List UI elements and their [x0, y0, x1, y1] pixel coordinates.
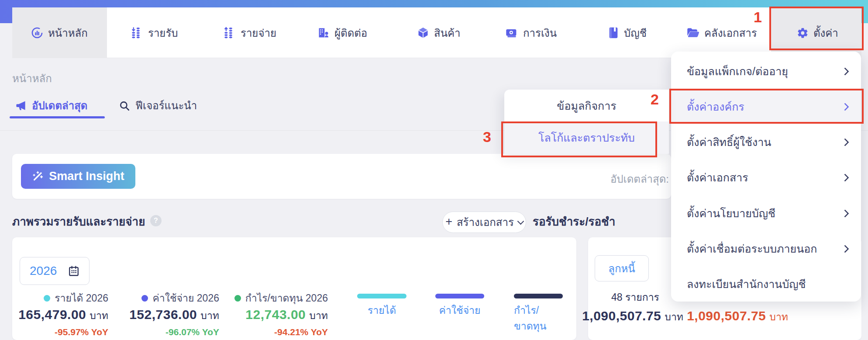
- stat-unit: บาท: [90, 308, 108, 323]
- chevron-right-icon: [841, 138, 849, 146]
- menu-item-label: ตั้งค่านโยบายบัญชี: [687, 205, 775, 222]
- stat-label: รายได้ 2026: [55, 290, 108, 306]
- nav-item-label: บัญชี: [624, 24, 647, 42]
- menu-item-user-permissions[interactable]: ตั้งค่าสิทธิ์ผู้ใช้งาน: [671, 125, 861, 159]
- nav-item-finance[interactable]: การเงิน: [505, 7, 557, 58]
- annotation-label-step3: 3: [483, 128, 491, 146]
- documents-icon: [686, 27, 699, 39]
- annotation-label-step1: 1: [754, 9, 762, 26]
- nav-item-documents[interactable]: คลังเอกสาร: [686, 7, 757, 58]
- nav-item-label: หน้าหลัก: [48, 24, 88, 42]
- app-screen: หน้าหลัก รายรับ รายจ่าย ผู้ติดต่อ สินค้า…: [0, 0, 868, 340]
- stat-yoy: -94.21% YoY: [274, 327, 328, 337]
- amount-due: 1,090,507.75 บาท: [594, 309, 683, 325]
- annotation-box-step3: [501, 121, 657, 157]
- search-icon: [119, 100, 130, 111]
- nav-item-label: การเงิน: [523, 24, 557, 42]
- legend-line-profit: [514, 294, 563, 298]
- nav-item-expense[interactable]: รายจ่าย: [224, 7, 276, 58]
- amount-overdue-value: 1,090,507.75: [687, 309, 766, 323]
- legend-label: รายได้: [368, 302, 396, 318]
- create-document-button[interactable]: + สร้างเอกสาร: [442, 212, 526, 233]
- calendar-icon: [68, 265, 79, 277]
- debtors-tab-label: ลูกหนี้: [608, 260, 635, 277]
- stat-profit: กำไร/ขาดทุน 2026 12,743.00บาท -94.21% Yo…: [231, 292, 328, 337]
- contacts-icon: [317, 27, 330, 39]
- megaphone-icon: [15, 100, 27, 111]
- nav-item-products[interactable]: สินค้า: [417, 7, 461, 58]
- breadcrumb: หน้าหลัก: [12, 70, 52, 87]
- submenu-item-label: ข้อมูลกิจการ: [557, 97, 616, 114]
- menu-item-document-settings[interactable]: ตั้งค่าเอกสาร: [671, 160, 861, 194]
- tab-label: อัปเดตล่าสุด: [32, 97, 87, 114]
- chevron-right-icon: [841, 173, 849, 181]
- debtors-tab[interactable]: ลูกหนี้: [595, 255, 649, 281]
- legend-label: กำไร/ขาดทุน: [514, 302, 563, 334]
- accounting-icon: [608, 27, 619, 39]
- dashboard-icon: [31, 27, 43, 39]
- amount-due-value: 1,090,507.75: [582, 309, 661, 323]
- tab-recommended-features[interactable]: ฟีเจอร์แนะนำ: [119, 97, 197, 114]
- stat-value: 165,479.00: [18, 307, 86, 322]
- legend-toggle-income[interactable]: รายได้: [357, 294, 406, 318]
- products-icon: [417, 27, 429, 39]
- income-icon: [131, 27, 143, 39]
- legend-label: ค่าใช้จ่าย: [439, 302, 480, 318]
- tab-label: ฟีเจอร์แนะนำ: [135, 97, 197, 114]
- smart-insight-button[interactable]: Smart Insight: [21, 164, 135, 189]
- nav-item-label: รายรับ: [148, 24, 178, 42]
- stat-expense: ค่าใช้จ่าย 2026 152,736.00บาท -96.07% Yo…: [128, 292, 219, 337]
- stat-label: ค่าใช้จ่าย 2026: [152, 290, 219, 306]
- smart-insight-label: Smart Insight: [49, 170, 124, 183]
- legend-toggle-expense[interactable]: ค่าใช้จ่าย: [435, 294, 484, 318]
- submenu-item-business-info[interactable]: ข้อมูลกิจการ: [504, 90, 669, 121]
- amount-due-unit: บาท: [665, 309, 683, 325]
- chevron-right-icon: [841, 209, 849, 217]
- chevron-down-icon: [517, 218, 524, 225]
- nav-item-home[interactable]: หน้าหลัก: [31, 7, 88, 58]
- nav-item-contacts[interactable]: ผู้ติดต่อ: [317, 7, 367, 58]
- stat-unit: บาท: [200, 308, 219, 323]
- active-tab-underline: [10, 116, 105, 118]
- nav-item-accounting[interactable]: บัญชี: [608, 7, 647, 58]
- stat-unit: บาท: [309, 308, 328, 323]
- legend-toggle-profit[interactable]: กำไร/ขาดทุน: [514, 294, 563, 334]
- menu-item-external-integrations[interactable]: ตั้งค่าเชื่อมต่อระบบภายนอก: [671, 232, 861, 266]
- annotation-label-step2: 2: [651, 91, 659, 108]
- plus-icon: +: [445, 215, 452, 229]
- menu-item-label: ตั้งค่าเอกสาร: [687, 169, 748, 186]
- menu-item-label: ตั้งค่าสิทธิ์ผู้ใช้งาน: [687, 133, 771, 151]
- menu-item-accounting-policy[interactable]: ตั้งค่านโยบายบัญชี: [671, 196, 861, 230]
- legend-line-expense: [435, 294, 484, 298]
- nav-item-income[interactable]: รายรับ: [131, 7, 178, 58]
- stat-yoy: -96.07% YoY: [165, 327, 219, 337]
- income-dot: [44, 295, 50, 302]
- stat-label: กำไร/ขาดทุน 2026: [245, 290, 328, 306]
- amount-overdue-unit: บาท: [769, 309, 788, 325]
- year-value: 2026: [30, 264, 57, 278]
- nav-item-label: สินค้า: [434, 24, 461, 42]
- annotation-box-step2: [669, 89, 864, 124]
- overview-title: ภาพรวมรายรับและรายจ่าย: [12, 212, 145, 230]
- amount-overdue: 1,090,507.75 บาท: [699, 309, 788, 325]
- menu-item-package-info[interactable]: ข้อมูลแพ็กเกจ/ต่ออายุ: [671, 54, 861, 88]
- receivables-count: 48 รายการ: [606, 289, 665, 305]
- expense-icon: [224, 27, 236, 39]
- finance-icon: [505, 27, 518, 39]
- menu-item-label: ข้อมูลแพ็กเกจ/ต่ออายุ: [687, 62, 788, 80]
- nav-item-label: ผู้ติดต่อ: [334, 24, 367, 42]
- tab-latest-updates[interactable]: อัปเดตล่าสุด: [15, 97, 87, 114]
- menu-item-label: ลงทะเบียนสำนักงานบัญชี: [687, 275, 806, 293]
- chevron-right-icon: [841, 67, 849, 75]
- annotation-box-step1: [769, 7, 864, 50]
- stat-yoy: -95.97% YoY: [55, 327, 108, 337]
- nav-item-label: คลังเอกสาร: [704, 24, 757, 42]
- receivables-title: รอรับชำระ/รอชำ: [533, 212, 671, 230]
- magic-wand-icon: [32, 170, 44, 182]
- menu-item-register-accounting-firm[interactable]: ลงทะเบียนสำนักงานบัญชี: [671, 267, 861, 301]
- year-picker[interactable]: 2026: [20, 257, 90, 285]
- nav-item-label: รายจ่าย: [241, 24, 276, 42]
- help-icon[interactable]: ?: [150, 215, 162, 226]
- stat-value: 12,743.00: [245, 307, 306, 322]
- expense-dot: [141, 295, 148, 302]
